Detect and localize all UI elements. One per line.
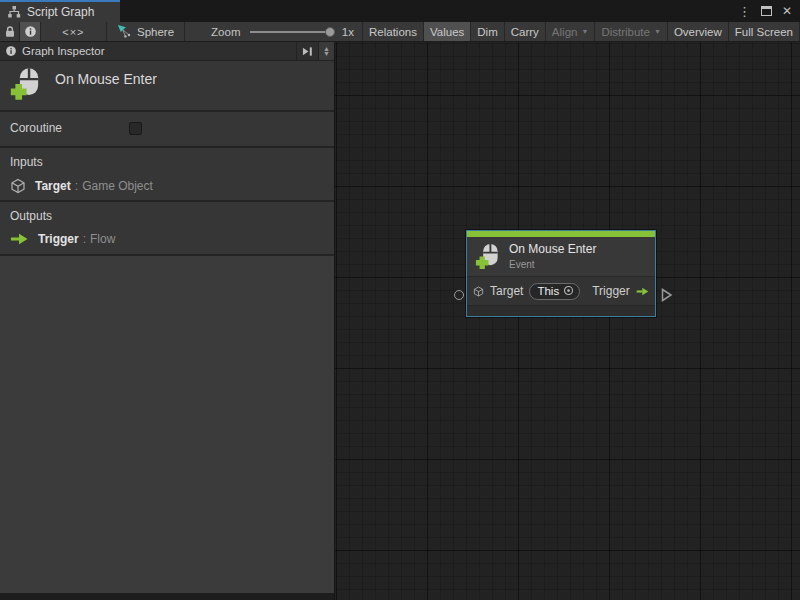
graph-owner-label: Sphere: [137, 26, 174, 38]
zoom-slider-track: [250, 31, 334, 33]
chevron-down-icon: ▼: [323, 51, 330, 56]
outputs-section: Outputs Trigger : Flow: [0, 202, 334, 254]
chevron-down-icon: ▼: [581, 28, 588, 35]
input-name: Target: [35, 179, 71, 193]
zoom-value: 1x: [335, 22, 362, 41]
graph-owner-button[interactable]: Sphere: [107, 22, 185, 41]
button-label: Align: [552, 26, 578, 38]
node-footer: [467, 305, 655, 316]
maximize-icon[interactable]: [761, 6, 772, 16]
button-label: Full Screen: [735, 26, 793, 38]
node-port-row: Target This Trigger: [467, 276, 655, 305]
dock-inspector-button[interactable]: [297, 42, 319, 60]
button-label: Carry: [511, 26, 539, 38]
info-icon: [5, 45, 17, 57]
title-bar: Script Graph ⋮ ✕: [0, 0, 800, 22]
target-value-pill[interactable]: This: [529, 283, 580, 300]
toolbar-button-values[interactable]: Values: [424, 22, 471, 41]
zoom-slider-handle[interactable]: [325, 27, 335, 37]
inspector-empty-area: [0, 256, 334, 593]
inspector-scrubber[interactable]: ▲ ▼: [319, 42, 334, 60]
inputs-section: Inputs Target : Game Object: [0, 148, 334, 200]
graph-hierarchy-icon: [7, 5, 21, 19]
button-label: Overview: [674, 26, 722, 38]
lock-icon: [4, 25, 16, 38]
graph-toolbar: <×> Sphere Zoom 1x Relations Values Dim …: [0, 22, 800, 42]
output-port-row: Trigger : Flow: [10, 232, 334, 246]
sphere-graph-icon: [117, 24, 132, 39]
inspector-title-text: Graph Inspector: [22, 45, 104, 57]
button-label: Distribute: [601, 26, 650, 38]
flow-arrow-icon: [636, 286, 649, 297]
target-value-label: This: [537, 285, 559, 297]
unit-title: On Mouse Enter: [55, 71, 157, 87]
colon: :: [75, 179, 78, 193]
inputs-header: Inputs: [10, 155, 334, 169]
graph-canvas[interactable]: On Mouse Enter Event Target This: [335, 42, 800, 600]
button-label: Values: [430, 26, 464, 38]
inspector-header-title: Graph Inspector: [0, 42, 297, 60]
zoom-label: Zoom: [185, 22, 240, 41]
inspector-header: Graph Inspector ▲ ▼: [0, 42, 334, 61]
node-output-port[interactable]: [661, 288, 673, 302]
close-icon[interactable]: ✕: [782, 5, 792, 17]
code-view-button[interactable]: <×>: [41, 22, 107, 41]
lock-button[interactable]: [0, 22, 20, 41]
mouse-event-icon: [10, 67, 42, 101]
dock-panel-icon: [301, 46, 314, 57]
chevron-down-icon: ▼: [654, 28, 661, 35]
toolbar-button-dim[interactable]: Dim: [471, 22, 504, 41]
node-subtitle: Event: [509, 259, 596, 270]
toolbar-button-carry[interactable]: Carry: [505, 22, 546, 41]
output-name: Trigger: [38, 232, 79, 246]
tab-script-graph[interactable]: Script Graph: [0, 0, 120, 22]
node-input-port[interactable]: [454, 290, 464, 300]
target-port-label: Target: [490, 284, 523, 298]
flow-arrow-icon: [10, 233, 29, 245]
coroutine-checkbox[interactable]: [129, 122, 142, 135]
unit-title-section: On Mouse Enter: [0, 61, 334, 110]
toolbar-button-relations[interactable]: Relations: [363, 22, 424, 41]
coroutine-row: Coroutine: [0, 112, 334, 146]
input-type: Game Object: [82, 179, 153, 193]
toolbar-button-fullscreen[interactable]: Full Screen: [729, 22, 800, 41]
window-menu-icon[interactable]: ⋮: [738, 5, 751, 18]
input-port-row: Target : Game Object: [10, 178, 334, 194]
output-type: Flow: [90, 232, 115, 246]
outputs-header: Outputs: [10, 209, 334, 223]
zoom-slider[interactable]: [250, 27, 334, 37]
graph-inspector-panel: Graph Inspector ▲ ▼ On Mouse Enter: [0, 42, 335, 600]
info-icon: [24, 25, 37, 38]
toolbar-button-align[interactable]: Align ▼: [546, 22, 596, 41]
inspector-toggle-button[interactable]: [20, 22, 40, 41]
tab-label: Script Graph: [27, 5, 94, 19]
node-header: On Mouse Enter Event: [467, 237, 655, 276]
button-label: Relations: [369, 26, 417, 38]
mouse-event-icon: [475, 243, 501, 270]
node-on-mouse-enter[interactable]: On Mouse Enter Event Target This: [466, 230, 656, 317]
coroutine-label: Coroutine: [10, 121, 62, 135]
toolbar-button-distribute[interactable]: Distribute ▼: [595, 22, 668, 41]
code-icon: <×>: [62, 26, 84, 38]
trigger-port-label: Trigger: [592, 284, 630, 298]
node-title: On Mouse Enter: [509, 242, 596, 256]
cube-icon: [473, 284, 484, 299]
toolbar-button-overview[interactable]: Overview: [668, 22, 729, 41]
inspector-bottom-edge: [0, 593, 334, 600]
colon: :: [83, 232, 86, 246]
button-label: Dim: [477, 26, 497, 38]
object-picker-icon: [563, 285, 574, 296]
cube-icon: [10, 178, 26, 194]
